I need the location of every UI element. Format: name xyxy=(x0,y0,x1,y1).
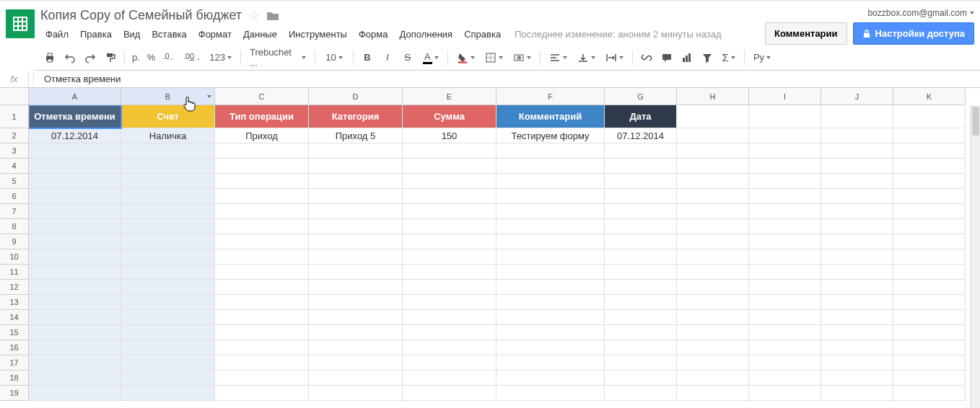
column-header-E[interactable]: E xyxy=(403,88,496,105)
cell-J3[interactable] xyxy=(821,143,893,159)
cell-B14[interactable] xyxy=(121,310,215,325)
cell-F11[interactable] xyxy=(496,265,605,280)
row-header-14[interactable]: 14 xyxy=(0,310,29,325)
cell-B13[interactable] xyxy=(121,295,215,310)
row-header-7[interactable]: 7 xyxy=(0,204,29,219)
cell-I15[interactable] xyxy=(749,325,821,340)
horizontal-align[interactable] xyxy=(545,48,572,67)
cell-G6[interactable] xyxy=(605,189,677,204)
cell-J1[interactable] xyxy=(821,105,893,128)
cell-I5[interactable] xyxy=(749,174,821,189)
cell-F19[interactable] xyxy=(496,386,605,401)
cell-J16[interactable] xyxy=(821,340,893,355)
cell-K6[interactable] xyxy=(893,189,966,204)
cell-K5[interactable] xyxy=(893,174,966,189)
cell-K8[interactable] xyxy=(893,219,966,234)
cell-H16[interactable] xyxy=(677,340,749,355)
cell-A16[interactable] xyxy=(29,340,121,355)
vertical-scrollbar[interactable] xyxy=(970,105,980,408)
cell-C16[interactable] xyxy=(215,340,309,355)
cell-D13[interactable] xyxy=(309,295,403,310)
cell-C9[interactable] xyxy=(215,234,309,249)
cell-H6[interactable] xyxy=(677,189,749,204)
cell-E17[interactable] xyxy=(403,355,496,371)
cell-A12[interactable] xyxy=(29,280,121,295)
cell-F8[interactable] xyxy=(496,219,605,234)
cell-B18[interactable] xyxy=(121,371,215,386)
font-size[interactable]: 10 xyxy=(320,48,349,67)
cell-I4[interactable] xyxy=(749,159,821,174)
cell-K18[interactable] xyxy=(893,371,966,386)
cell-B2[interactable]: Наличка xyxy=(121,128,215,143)
decrease-decimal[interactable]: .0← xyxy=(159,52,178,63)
cell-F12[interactable] xyxy=(496,280,605,295)
cell-E1[interactable]: Сумма xyxy=(403,105,496,128)
cell-F13[interactable] xyxy=(496,295,605,310)
column-header-J[interactable]: J xyxy=(821,88,893,105)
undo-icon[interactable] xyxy=(61,48,79,67)
cell-J12[interactable] xyxy=(821,280,893,295)
cell-E2[interactable]: 150 xyxy=(403,128,496,143)
row-header-18[interactable]: 18 xyxy=(0,371,29,386)
cell-G18[interactable] xyxy=(605,371,677,386)
cell-E13[interactable] xyxy=(403,295,496,310)
cell-D9[interactable] xyxy=(309,234,403,249)
menu-вставка[interactable]: Вставка xyxy=(146,26,191,43)
cell-K14[interactable] xyxy=(893,310,966,325)
print-icon[interactable] xyxy=(40,48,59,67)
select-all-corner[interactable] xyxy=(0,88,29,105)
cell-I3[interactable] xyxy=(749,143,821,159)
cell-D5[interactable] xyxy=(309,174,403,189)
cell-K7[interactable] xyxy=(893,204,966,219)
cell-C5[interactable] xyxy=(215,174,309,189)
row-header-19[interactable]: 19 xyxy=(0,386,29,401)
cell-K1[interactable] xyxy=(893,105,966,128)
row-header-2[interactable]: 2 xyxy=(0,128,29,143)
cell-B4[interactable] xyxy=(121,159,215,174)
cell-E4[interactable] xyxy=(403,159,496,174)
cell-D4[interactable] xyxy=(309,159,403,174)
cell-G1[interactable]: Дата xyxy=(605,105,677,128)
cell-H10[interactable] xyxy=(677,249,749,265)
cell-E6[interactable] xyxy=(403,189,496,204)
cell-A4[interactable] xyxy=(29,159,121,174)
increase-decimal[interactable]: .00→ xyxy=(180,52,204,63)
insert-link-icon[interactable] xyxy=(637,48,656,67)
cell-C8[interactable] xyxy=(215,219,309,234)
cell-E14[interactable] xyxy=(403,310,496,325)
column-header-C[interactable]: C xyxy=(215,88,309,105)
functions[interactable]: Σ xyxy=(718,48,740,67)
cell-I13[interactable] xyxy=(749,295,821,310)
cell-I14[interactable] xyxy=(749,310,821,325)
cell-K17[interactable] xyxy=(893,355,966,371)
menu-дополнения[interactable]: Дополнения xyxy=(394,26,458,43)
cell-I11[interactable] xyxy=(749,265,821,280)
cell-F18[interactable] xyxy=(496,371,605,386)
cell-J13[interactable] xyxy=(821,295,893,310)
formula-input[interactable]: Отметка времени xyxy=(38,72,980,86)
cell-B1[interactable]: Счет xyxy=(121,105,215,128)
cell-D6[interactable] xyxy=(309,189,403,204)
cell-B6[interactable] xyxy=(121,189,215,204)
cell-C7[interactable] xyxy=(215,204,309,219)
row-header-11[interactable]: 11 xyxy=(0,265,29,280)
cell-A11[interactable] xyxy=(29,265,121,280)
cell-B12[interactable] xyxy=(121,280,215,295)
menu-данные[interactable]: Данные xyxy=(238,26,282,43)
column-header-F[interactable]: F xyxy=(496,88,605,105)
cell-J2[interactable] xyxy=(821,128,893,143)
cell-G3[interactable] xyxy=(605,143,677,159)
row-header-9[interactable]: 9 xyxy=(0,234,29,249)
cell-A17[interactable] xyxy=(29,355,121,371)
cell-G7[interactable] xyxy=(605,204,677,219)
cell-I9[interactable] xyxy=(749,234,821,249)
cell-D16[interactable] xyxy=(309,340,403,355)
cell-G12[interactable] xyxy=(605,280,677,295)
column-header-K[interactable]: K xyxy=(893,88,966,105)
cell-G9[interactable] xyxy=(605,234,677,249)
row-header-6[interactable]: 6 xyxy=(0,189,29,204)
user-email[interactable]: bozzbox.com@gmail.com xyxy=(867,8,974,18)
cell-H3[interactable] xyxy=(677,143,749,159)
cell-B15[interactable] xyxy=(121,325,215,340)
cell-K12[interactable] xyxy=(893,280,966,295)
